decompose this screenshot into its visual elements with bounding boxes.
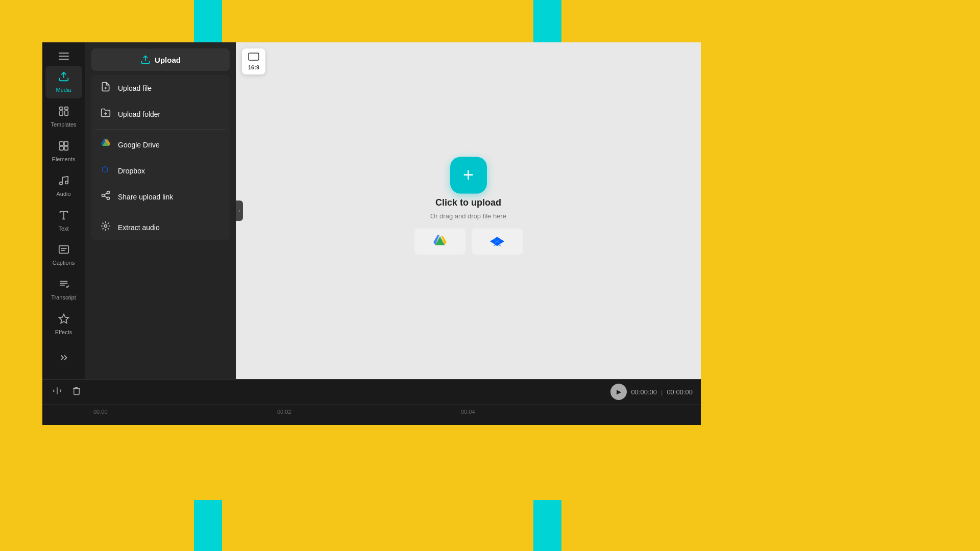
sidebar-item-media[interactable]: Media bbox=[45, 66, 82, 98]
bg-decoration-3 bbox=[194, 500, 222, 551]
sidebar-label-text: Text bbox=[58, 226, 68, 232]
extract-audio-icon bbox=[100, 221, 112, 234]
delete-tool-button[interactable] bbox=[70, 384, 83, 400]
drop-zone-title: Click to upload bbox=[435, 197, 501, 208]
svg-point-28 bbox=[107, 197, 110, 199]
svg-marker-19 bbox=[59, 314, 68, 323]
menu-item-share-link-label: Share upload link bbox=[118, 193, 173, 201]
media-icon bbox=[58, 71, 69, 85]
menu-item-upload-file-label: Upload file bbox=[118, 84, 152, 92]
sidebar-item-audio[interactable]: Audio bbox=[45, 169, 82, 202]
upload-panel: Upload Upload file bbox=[85, 42, 236, 379]
svg-rect-1 bbox=[59, 107, 62, 110]
svg-text:⬡: ⬡ bbox=[102, 165, 108, 173]
total-time: 00:00:00 bbox=[667, 388, 693, 396]
svg-rect-3 bbox=[59, 111, 62, 115]
upload-file-icon bbox=[100, 82, 112, 94]
sidebar-label-elements: Elements bbox=[52, 156, 76, 162]
sidebar-item-effects[interactable]: Effects bbox=[45, 308, 82, 340]
upload-folder-icon bbox=[100, 108, 112, 120]
svg-point-27 bbox=[102, 194, 105, 197]
sidebar-label-transcript: Transcript bbox=[51, 294, 76, 300]
sidebar-item-elements[interactable]: Elements bbox=[45, 135, 82, 168]
menu-divider-1 bbox=[95, 129, 226, 130]
svg-rect-7 bbox=[59, 146, 63, 150]
sidebar-label-templates: Templates bbox=[51, 121, 76, 128]
current-time: 00:00:00 bbox=[631, 388, 657, 396]
svg-rect-4 bbox=[64, 111, 67, 115]
bg-decoration-2 bbox=[533, 0, 561, 43]
google-drive-provider-button[interactable] bbox=[414, 228, 465, 255]
hamburger-icon[interactable] bbox=[59, 53, 69, 60]
sidebar-label-captions: Captions bbox=[53, 260, 75, 266]
menu-item-extract-audio[interactable]: Extract audio bbox=[91, 214, 230, 240]
dropbox-icon: ⬡ bbox=[100, 164, 112, 177]
upload-plus-button[interactable]: + bbox=[450, 157, 487, 193]
menu-divider-2 bbox=[95, 212, 226, 212]
upload-button-icon bbox=[140, 55, 151, 65]
menu-item-upload-folder[interactable]: Upload folder bbox=[91, 101, 230, 127]
menu-item-google-drive[interactable]: Google Drive bbox=[91, 132, 230, 158]
google-drive-icon bbox=[100, 138, 112, 151]
menu-item-upload-file[interactable]: Upload file bbox=[91, 75, 230, 101]
collapse-handle[interactable]: ‹ bbox=[236, 201, 243, 221]
main-content: Media Templates bbox=[42, 42, 701, 379]
sidebar: Media Templates bbox=[42, 42, 85, 379]
timeline-tick-0: 00:00 bbox=[93, 409, 108, 415]
bg-decoration-4 bbox=[533, 500, 561, 551]
templates-icon bbox=[58, 106, 69, 119]
share-link-icon bbox=[100, 190, 112, 203]
timeline-ruler: 00:00 00:02 00:04 bbox=[42, 405, 701, 425]
svg-rect-6 bbox=[64, 142, 67, 145]
svg-line-29 bbox=[104, 196, 107, 197]
svg-point-9 bbox=[59, 182, 62, 185]
svg-rect-2 bbox=[64, 107, 67, 110]
timeline-tick-1: 00:02 bbox=[277, 409, 291, 415]
sidebar-item-transcript[interactable]: Transcript bbox=[45, 273, 82, 306]
brand-icon bbox=[58, 352, 69, 366]
timeline-tick-2: 00:04 bbox=[461, 409, 475, 415]
aspect-ratio-badge[interactable]: 16:9 bbox=[242, 48, 265, 74]
text-icon bbox=[58, 210, 69, 223]
upload-menu: Upload file Upload folder bbox=[91, 75, 230, 240]
drop-zone: + Click to upload Or drag and drop file … bbox=[414, 157, 523, 255]
svg-rect-13 bbox=[59, 246, 68, 254]
svg-rect-5 bbox=[59, 142, 63, 145]
svg-point-10 bbox=[65, 181, 68, 184]
captions-icon bbox=[58, 244, 69, 258]
dropbox-provider-button[interactable] bbox=[472, 228, 523, 255]
aspect-ratio-label: 16:9 bbox=[248, 64, 259, 70]
menu-item-dropbox-label: Dropbox bbox=[118, 167, 145, 175]
menu-item-google-drive-label: Google Drive bbox=[118, 141, 160, 149]
menu-item-dropbox[interactable]: ⬡ Dropbox bbox=[91, 158, 230, 184]
plus-icon: + bbox=[463, 166, 474, 184]
split-tool-button[interactable] bbox=[51, 384, 64, 400]
sidebar-top bbox=[42, 46, 85, 64]
menu-item-upload-folder-label: Upload folder bbox=[118, 110, 160, 118]
sidebar-item-captions[interactable]: Captions bbox=[45, 239, 82, 271]
play-button[interactable]: ▶ bbox=[610, 384, 627, 400]
sidebar-item-templates[interactable]: Templates bbox=[45, 101, 82, 133]
sidebar-item-brand[interactable] bbox=[45, 342, 82, 375]
sidebar-label-audio: Audio bbox=[56, 191, 70, 197]
elements-icon bbox=[58, 140, 69, 154]
sidebar-label-effects: Effects bbox=[55, 329, 72, 335]
timeline-controls: ▶ 00:00:00 | 00:00:00 bbox=[42, 380, 701, 405]
svg-line-30 bbox=[104, 193, 107, 194]
sidebar-label-media: Media bbox=[56, 87, 71, 93]
time-separator: | bbox=[661, 388, 663, 396]
sidebar-item-text[interactable]: Text bbox=[45, 204, 82, 237]
svg-point-26 bbox=[107, 191, 110, 194]
svg-point-31 bbox=[105, 225, 107, 228]
drop-zone-subtitle: Or drag and drop file here bbox=[430, 212, 506, 220]
timeline-time-display: ▶ 00:00:00 | 00:00:00 bbox=[610, 384, 693, 400]
transcript-icon bbox=[58, 279, 69, 292]
svg-rect-32 bbox=[249, 53, 259, 60]
upload-button[interactable]: Upload bbox=[91, 48, 230, 71]
menu-item-share-link[interactable]: Share upload link bbox=[91, 184, 230, 210]
menu-item-extract-audio-label: Extract audio bbox=[118, 223, 160, 232]
drop-zone-providers bbox=[414, 228, 523, 255]
timeline: ▶ 00:00:00 | 00:00:00 00:00 00:02 00:04 bbox=[42, 379, 701, 425]
upload-button-label: Upload bbox=[155, 56, 181, 64]
app-container: Media Templates bbox=[42, 42, 701, 379]
